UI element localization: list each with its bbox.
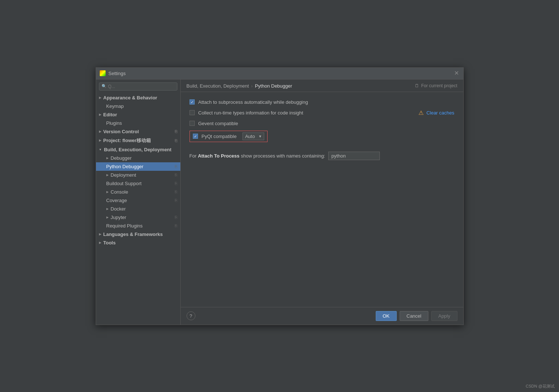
sidebar-item-label: Coverage [106, 198, 127, 203]
sidebar-item-console[interactable]: ▶ Console ⎘ [96, 188, 180, 196]
copy-icon: ⎘ [175, 198, 177, 202]
sidebar-item-build-exec-deploy[interactable]: ▼ Build, Execution, Deployment [96, 145, 180, 154]
sidebar: 🔍 ▶ Appearance & Behavior Keymap ▶ Edito… [96, 80, 181, 325]
cancel-button[interactable]: Cancel [400, 311, 428, 321]
sidebar-item-label: Appearance & Behavior [103, 95, 158, 100]
pyqt-checkbox[interactable] [193, 134, 198, 139]
apply-button[interactable]: Apply [431, 311, 457, 321]
sidebar-item-label: Version Control [103, 129, 139, 134]
bottom-bar: ? OK Cancel Apply [181, 307, 463, 325]
sidebar-item-coverage[interactable]: Coverage ⎘ [96, 196, 180, 205]
warning-icon: ⚠ [418, 109, 424, 116]
breadcrumb-bar: Build, Execution, Deployment › Python De… [181, 80, 463, 92]
sidebar-item-keymap[interactable]: Keymap [96, 102, 180, 110]
attach-subprocess-checkbox[interactable] [190, 99, 195, 105]
sidebar-item-label: Build, Execution, Deployment [104, 147, 171, 152]
attach-suffix: show processes with names containing: [240, 153, 325, 159]
copy-icon: ⎘ [175, 181, 177, 186]
sidebar-item-debugger[interactable]: ▶ Debugger [96, 154, 180, 162]
sidebar-item-docker[interactable]: ▶ Docker [96, 205, 180, 213]
sidebar-item-appearance[interactable]: ▶ Appearance & Behavior [96, 93, 180, 102]
sidebar-item-plugins[interactable]: Plugins [96, 119, 180, 127]
sidebar-item-editor[interactable]: ▶ Editor [96, 110, 180, 119]
for-prefix: For [190, 153, 198, 159]
breadcrumb-current: Python Debugger [255, 83, 292, 89]
copy-icon: ⎘ [175, 215, 177, 219]
for-project-label: For current project [421, 83, 457, 88]
attach-subprocess-label: Attach to subprocess automatically while… [198, 99, 308, 105]
copy-icon: ⎘ [175, 173, 177, 177]
window-title: Settings [109, 71, 126, 76]
title-bar: Settings ✕ [96, 68, 463, 80]
close-button[interactable]: ✕ [454, 70, 460, 76]
help-button[interactable]: ? [187, 311, 195, 320]
sidebar-item-label: Project: flower移动箱 [103, 137, 151, 144]
sidebar-item-label: Plugins [106, 120, 122, 126]
watermark: CSDN @花测试 [526, 384, 555, 389]
warning-section: ⚠ Clear caches [418, 109, 454, 116]
arrow-icon: ▶ [106, 190, 109, 194]
title-bar-left: Settings [100, 70, 126, 76]
for-project: 🗒 For current project [415, 83, 457, 88]
attach-to-process-bold: Attach To Process [198, 153, 240, 159]
attach-process-input[interactable] [328, 152, 380, 160]
arrow-icon: ▶ [99, 139, 101, 142]
sidebar-item-label: Keymap [106, 103, 124, 109]
collect-runtime-row: Collect run-time types information for c… [190, 110, 418, 116]
search-input[interactable] [108, 84, 175, 89]
pyqt-dropdown-wrapper: Auto Yes No ▼ [240, 133, 264, 140]
project-icon: 🗒 [415, 83, 419, 88]
collect-runtime-checkbox[interactable] [190, 110, 195, 115]
breadcrumb: Build, Execution, Deployment › Python De… [187, 83, 292, 89]
arrow-down-icon: ▼ [99, 148, 102, 151]
sidebar-item-languages[interactable]: ▶ Languages & Frameworks [96, 230, 180, 239]
copy-icon: ⎘ [175, 164, 177, 169]
collect-runtime-label: Collect run-time types information for c… [198, 110, 303, 116]
arrow-icon: ▶ [99, 130, 101, 133]
pyqt-label: PyQt compatible [202, 134, 237, 139]
main-content: Build, Execution, Deployment › Python De… [181, 80, 463, 325]
settings-dialog: Settings ✕ 🔍 ▶ Appearance & Behavior Key… [96, 67, 464, 325]
search-box[interactable]: 🔍 [99, 82, 177, 91]
sidebar-item-label: Tools [103, 240, 116, 246]
attach-process-row: For Attach To Process show processes wit… [190, 152, 454, 160]
arrow-icon: ▶ [106, 216, 109, 219]
sidebar-item-tools[interactable]: ▶ Tools [96, 239, 180, 247]
sidebar-item-jupyter[interactable]: ▶ Jupyter ⎘ [96, 213, 180, 222]
arrow-icon: ▶ [106, 173, 109, 177]
gevent-row: Gevent compatible [190, 121, 454, 126]
breadcrumb-parent: Build, Execution, Deployment [187, 83, 249, 89]
pyqt-row-wrapper: PyQt compatible Auto Yes No ▼ [190, 131, 454, 146]
sidebar-item-label: Languages & Frameworks [103, 232, 163, 237]
gevent-label: Gevent compatible [198, 121, 238, 126]
sidebar-item-version-control[interactable]: ▶ Version Control ⎘ [96, 127, 180, 136]
clear-caches-link[interactable]: Clear caches [427, 110, 454, 116]
arrow-icon: ▶ [99, 233, 101, 236]
main-layout: 🔍 ▶ Appearance & Behavior Keymap ▶ Edito… [96, 80, 463, 325]
sidebar-item-project[interactable]: ▶ Project: flower移动箱 ⎘ [96, 136, 180, 145]
attach-process-label: For Attach To Process show processes wit… [190, 153, 325, 159]
search-icon: 🔍 [102, 84, 107, 89]
app-icon [100, 70, 106, 76]
arrow-icon: ▶ [99, 113, 101, 116]
pyqt-dropdown[interactable]: Auto Yes No [243, 133, 264, 140]
copy-icon: ⎘ [175, 223, 177, 228]
settings-area: Attach to subprocess automatically while… [181, 92, 463, 307]
copy-icon: ⎘ [175, 138, 177, 143]
attach-subprocess-row: Attach to subprocess automatically while… [190, 99, 454, 105]
arrow-icon: ▶ [99, 96, 101, 99]
sidebar-item-deployment[interactable]: ▶ Deployment ⎘ [96, 171, 180, 179]
arrow-icon: ▶ [99, 241, 101, 244]
sidebar-item-buildout-support[interactable]: Buildout Support ⎘ [96, 179, 180, 188]
gevent-checkbox[interactable] [190, 121, 195, 126]
ok-button[interactable]: OK [376, 311, 397, 321]
sidebar-item-required-plugins[interactable]: Required Plugins ⎘ [96, 222, 180, 230]
arrow-icon: ▶ [106, 207, 109, 211]
sidebar-item-label: Jupyter [111, 215, 127, 220]
sidebar-item-python-debugger[interactable]: Python Debugger ⎘ [96, 162, 180, 171]
sidebar-item-label: Debugger [111, 155, 132, 161]
copy-icon: ⎘ [175, 129, 177, 134]
arrow-icon: ▶ [106, 156, 109, 160]
breadcrumb-separator: › [251, 83, 252, 89]
pyqt-compatible-row: PyQt compatible Auto Yes No ▼ [190, 131, 268, 142]
